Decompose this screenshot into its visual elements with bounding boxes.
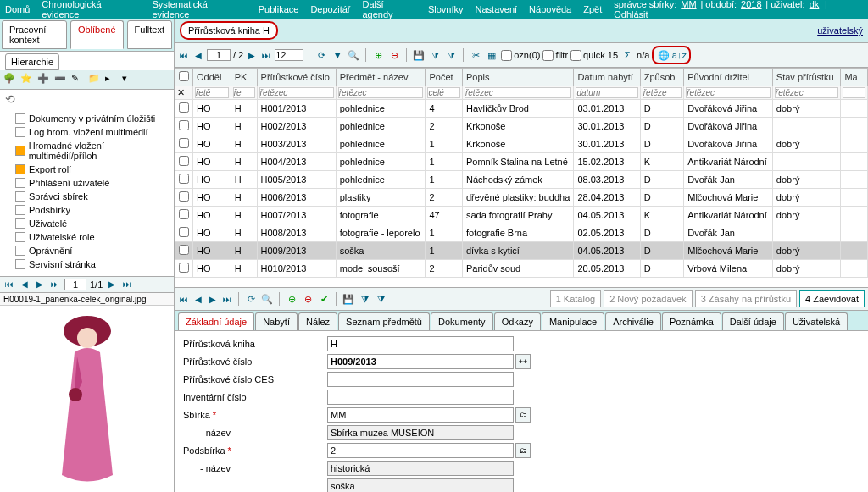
first-icon[interactable]: ⏮ — [178, 293, 190, 305]
tree-item[interactable]: Export rolí — [3, 163, 170, 176]
col-header[interactable]: Předmět - název — [336, 69, 426, 86]
table-row[interactable]: HOHH010/2013model sousoší2Paridův soud20… — [175, 260, 868, 278]
col-header[interactable] — [175, 69, 193, 86]
funnel2-icon[interactable]: ⧩ — [374, 292, 387, 306]
col-header[interactable]: Ma — [841, 69, 868, 86]
filter-input[interactable] — [843, 87, 865, 98]
row-checkbox[interactable] — [179, 263, 189, 273]
tree-item[interactable]: Dokumenty v privátním úložišti — [3, 112, 170, 125]
detail-tab[interactable]: Nabytí — [255, 312, 298, 330]
first-icon[interactable]: ⏮ — [178, 49, 190, 61]
inp-inventory[interactable] — [327, 390, 514, 405]
inp-book[interactable] — [327, 336, 514, 351]
increment-button[interactable]: ++ — [515, 354, 531, 369]
col-header[interactable]: Počet — [426, 69, 462, 86]
select-all-checkbox[interactable] — [179, 71, 189, 81]
tree-item[interactable]: Uživatelé — [3, 217, 170, 230]
end-icon[interactable]: ⏭ — [121, 279, 133, 290]
subtab-hierarchy[interactable]: Hierarchie — [5, 53, 59, 70]
menu-item[interactable]: Zpět — [583, 4, 602, 14]
refresh-icon[interactable]: ⟳ — [244, 292, 258, 306]
table-row[interactable]: HOHH009/2013soška1dívka s kyticí04.05.20… — [175, 242, 868, 260]
detail-tab[interactable]: Uživatelská — [785, 312, 848, 330]
prev-icon[interactable]: ◀ — [192, 293, 204, 305]
menu-item[interactable]: Nápověda — [529, 4, 571, 14]
row-checkbox[interactable] — [179, 191, 189, 202]
add-icon[interactable]: ⊕ — [285, 292, 298, 306]
prev-icon[interactable]: ◀ — [19, 279, 31, 290]
lookup-button[interactable]: 🗂 — [515, 407, 531, 423]
tree-item[interactable]: Oprávnění — [3, 244, 170, 257]
col-header[interactable]: PK — [231, 69, 257, 86]
quick-checkbox[interactable] — [570, 50, 581, 61]
row-checkbox[interactable] — [179, 120, 189, 130]
filter-input[interactable] — [233, 87, 255, 98]
menu-item[interactable]: Slovníky — [428, 4, 464, 14]
table-row[interactable]: HOHH008/2013fotografie - leporelo1fotogr… — [175, 224, 868, 242]
star-icon[interactable]: ⭐ — [20, 73, 34, 86]
globe-icon[interactable]: 🌐 — [657, 48, 670, 62]
tab-work-context[interactable]: Pracovní kontext — [2, 20, 67, 49]
first-icon[interactable]: ⏮ — [3, 279, 15, 290]
user-link[interactable]: dk — [810, 0, 820, 9]
zoom-icon[interactable]: 🔍 — [347, 48, 360, 62]
col-header[interactable]: Původní držitel — [684, 69, 773, 86]
col-header[interactable]: Popis — [462, 69, 573, 86]
detail-tab[interactable]: Základní údaje — [178, 312, 254, 330]
row-checkbox[interactable] — [179, 174, 189, 184]
action-interventions[interactable]: 3 Zásahy na přírůstku — [695, 290, 797, 307]
inp-number[interactable] — [327, 354, 514, 369]
folder-icon[interactable]: 📁 — [88, 73, 102, 86]
add-icon[interactable]: ➕ — [37, 73, 51, 86]
tree-item[interactable]: Uživatelské role — [3, 230, 170, 244]
next-icon[interactable]: ▶ — [246, 49, 258, 61]
tree-item[interactable]: Log hrom. vložení multimédií — [3, 125, 170, 139]
tab-favorites[interactable]: Oblíbené — [70, 20, 124, 49]
fwd-icon[interactable]: ▶ — [106, 279, 118, 290]
az-icon[interactable]: a↓z — [672, 48, 686, 62]
row-checkbox[interactable] — [179, 245, 189, 255]
filter-input[interactable] — [259, 87, 334, 98]
menu-item[interactable]: Další agendy — [362, 0, 416, 19]
table-row[interactable]: HOHH007/2013fotografie47sada fotografií … — [175, 207, 868, 224]
menu-item[interactable]: Systematická evidence — [152, 0, 246, 19]
ozn-checkbox[interactable] — [501, 50, 512, 61]
grid-icon[interactable]: ▦ — [485, 48, 498, 62]
inp-ces[interactable] — [327, 372, 514, 387]
pagesize-select[interactable] — [275, 49, 303, 61]
tree-item[interactable]: Podsbírky — [3, 203, 170, 217]
check-icon[interactable]: ✔ — [317, 292, 331, 306]
detail-tab[interactable]: Nález — [298, 312, 337, 330]
table-row[interactable]: HOHH001/2013pohlednice4Havlíčkův Brod03.… — [175, 100, 868, 118]
period-link[interactable]: 2018 — [741, 0, 761, 9]
detail-tab[interactable]: Odkazy — [494, 312, 541, 330]
col-header[interactable]: Stav přírůstku — [772, 69, 841, 86]
filtr-checkbox[interactable] — [542, 50, 554, 61]
page-input[interactable] — [64, 279, 86, 290]
menu-item[interactable]: Depozitář — [310, 4, 350, 14]
remove-icon[interactable]: ➖ — [54, 73, 68, 86]
detail-tab[interactable]: Další údaje — [722, 312, 784, 330]
row-checkbox[interactable] — [179, 138, 189, 148]
add-icon[interactable]: ⊕ — [371, 48, 385, 62]
filter-input[interactable] — [427, 87, 459, 98]
save-icon[interactable]: 💾 — [412, 48, 426, 62]
delete-icon[interactable]: ⊖ — [301, 292, 314, 306]
detail-tab[interactable]: Seznam předmětů — [338, 312, 430, 330]
row-checkbox[interactable] — [179, 156, 189, 166]
menu-item[interactable]: Publikace — [259, 4, 299, 14]
table-row[interactable]: HOHH002/2013pohlednice2Krkonoše30.01.201… — [175, 118, 868, 135]
table-row[interactable]: HOHH004/2013pohlednice1Pomník Stalina na… — [175, 153, 868, 171]
row-checkbox[interactable] — [179, 227, 189, 237]
funnel2-icon[interactable]: ⧩ — [444, 48, 458, 62]
menu-item[interactable]: Chronologická evidence — [42, 0, 140, 19]
table-row[interactable]: HOHH006/2013plastiky2dřevěné plastiky: b… — [175, 189, 868, 207]
user-layout-link[interactable]: uživatelský — [817, 25, 863, 36]
page-input[interactable] — [207, 49, 231, 61]
collapse-icon[interactable]: ▾ — [122, 73, 136, 86]
filter-input[interactable] — [576, 87, 637, 98]
tree-item[interactable]: Hromadné vložení multimédií/příloh — [3, 139, 170, 163]
col-header[interactable]: Způsob — [640, 69, 683, 86]
action-new-request[interactable]: 2 Nový požadavek — [604, 290, 693, 307]
funnel-icon[interactable]: ⧩ — [358, 292, 371, 306]
